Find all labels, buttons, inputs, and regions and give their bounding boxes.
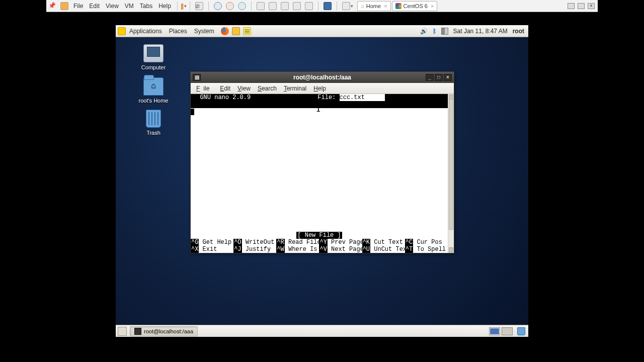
- snapshot-take-icon[interactable]: [214, 2, 222, 10]
- view-multi-icon[interactable]: [281, 2, 289, 10]
- network-icon[interactable]: [441, 28, 448, 35]
- term-menu-view[interactable]: View: [234, 85, 254, 92]
- tab-close-icon[interactable]: ×: [431, 3, 434, 9]
- taskbar-button-label: root@localhost:/aaa: [144, 328, 193, 334]
- view-thumbnail-icon[interactable]: [293, 2, 301, 10]
- workspace-switcher: [489, 327, 528, 335]
- firefox-launcher-icon[interactable]: [221, 27, 229, 35]
- snapshot-revert-icon[interactable]: [226, 2, 234, 10]
- folder-home-icon: [143, 77, 164, 96]
- bluetooth-icon[interactable]: ᛒ: [433, 28, 436, 35]
- workspace-1[interactable]: [489, 327, 500, 335]
- show-desktop-icon[interactable]: [118, 327, 127, 336]
- tab-close-icon[interactable]: ×: [384, 3, 387, 9]
- stretch-icon[interactable]: [342, 2, 350, 10]
- unity-icon[interactable]: [324, 2, 332, 10]
- host-close-icon[interactable]: ×: [588, 3, 595, 9]
- term-minimize-button[interactable]: _: [426, 74, 434, 81]
- nano-header: GNU nano 2.0.9 File: ccc.txt: [191, 94, 454, 101]
- vm-menu-tabs[interactable]: Tabs: [137, 3, 155, 10]
- centos-icon: [395, 3, 401, 9]
- nano-shortcut: ^T To Spell: [405, 246, 448, 253]
- nano-file-name: ccc.txt: [340, 94, 365, 101]
- snapshot-manage-icon[interactable]: [238, 2, 246, 10]
- computer-icon: [143, 44, 164, 62]
- view-fullscreen-icon[interactable]: [305, 2, 313, 10]
- gnome-foot-icon: [118, 27, 126, 35]
- terminal-taskbar-icon: [134, 328, 141, 335]
- vm-pause-button[interactable]: ||▾: [181, 2, 187, 10]
- desktop-icon-computer[interactable]: Computer: [131, 44, 176, 70]
- nano-shortcut: ^G Get Help: [191, 239, 233, 246]
- desktop-icon-home[interactable]: root's Home: [131, 77, 176, 104]
- host-maximize-icon[interactable]: [578, 3, 585, 9]
- home-toolbar-icon[interactable]: [60, 2, 68, 10]
- gnome-tray: 🔊 ᛒ Sat Jan 11, 8:47 AM root: [420, 28, 528, 35]
- vm-menu-vm[interactable]: VM: [122, 3, 137, 10]
- clock[interactable]: Sat Jan 11, 8:47 AM: [453, 28, 508, 35]
- nano-shortcut: ^K Cut Text: [362, 239, 405, 246]
- nano-shortcut: ^V Next Page: [319, 246, 362, 253]
- nano-shortcut: ^U UnCut Text: [362, 246, 405, 253]
- nano-shortcut: ^O WriteOut: [233, 239, 276, 246]
- gnome-bottom-panel: root@localhost:/aaa: [116, 325, 528, 337]
- notes-launcher-icon[interactable]: [243, 27, 251, 35]
- scrollbar-thumb[interactable]: [449, 99, 453, 230]
- view-single-icon[interactable]: [257, 2, 265, 10]
- term-menu-search[interactable]: Search: [254, 85, 280, 92]
- terminal-window: ▤ root@localhost:/aaa _ □ × File Edit Vi…: [190, 71, 454, 253]
- term-sysmenu-icon[interactable]: ▤: [193, 74, 201, 81]
- vm-menu-edit[interactable]: Edit: [86, 3, 103, 10]
- tab-centos[interactable]: CentOS 6 ×: [392, 1, 438, 11]
- nano-editor-area[interactable]: 𝙸: [191, 101, 448, 232]
- terminal-titlebar[interactable]: ▤ root@localhost:/aaa _ □ ×: [191, 72, 454, 83]
- nano-shortcut: ^Y Prev Page: [319, 239, 362, 246]
- tab-label: CentOS 6: [404, 3, 428, 9]
- menu-system[interactable]: System: [191, 28, 218, 35]
- terminal-scrollbar[interactable]: [448, 94, 454, 253]
- term-menu-help[interactable]: Help: [310, 85, 330, 92]
- nano-status-text: [ New File ]: [296, 232, 342, 239]
- gnome-top-panel: Applications Places System 🔊 ᛒ Sat Jan 1…: [116, 25, 528, 37]
- nano-app-name: GNU nano 2.0.9: [193, 94, 251, 101]
- nano-shortcut: ^X Exit: [191, 246, 233, 253]
- terminal-title-text: root@localhost:/aaa: [293, 74, 351, 81]
- panel-trash-icon[interactable]: [517, 327, 525, 335]
- tab-label: Home: [366, 3, 381, 9]
- vmware-tabs: ⌂ Home × CentOS 6 ×: [357, 0, 438, 12]
- term-close-button[interactable]: ×: [444, 74, 452, 81]
- nano-shortcut: ^W Where Is: [276, 246, 319, 253]
- tab-home[interactable]: ⌂ Home ×: [357, 1, 390, 11]
- term-menu-file[interactable]: File: [193, 85, 216, 92]
- taskbar-button-terminal[interactable]: root@localhost:/aaa: [130, 326, 198, 336]
- nano-shortcut: ^R Read File: [276, 239, 319, 246]
- terminal-body[interactable]: GNU nano 2.0.9 File: ccc.txt 𝙸 [ New Fil…: [191, 94, 454, 253]
- home-icon: ⌂: [361, 3, 364, 9]
- term-menu-terminal[interactable]: Terminal: [280, 85, 310, 92]
- menu-applications[interactable]: Applications: [126, 28, 166, 35]
- trash-icon: [146, 110, 161, 128]
- desktop-icon-trash[interactable]: Trash: [131, 110, 176, 136]
- term-menu-edit[interactable]: Edit: [216, 85, 234, 92]
- pin-icon[interactable]: 📌: [48, 2, 56, 10]
- nano-shortcut: ^J Justify: [233, 246, 276, 253]
- menu-places[interactable]: Places: [166, 28, 191, 35]
- text-cursor-block: [191, 109, 194, 115]
- package-updater-icon[interactable]: [232, 27, 240, 35]
- vm-menu-help[interactable]: Help: [155, 3, 174, 10]
- nano-file-label: File:: [317, 94, 339, 101]
- workspace-2[interactable]: [502, 327, 513, 335]
- stage: 📌 File Edit View VM Tabs Help ||▾ ⎚ ▾ ⌂ …: [0, 0, 644, 362]
- vm-menu-file[interactable]: File: [70, 3, 86, 10]
- host-minimize-icon[interactable]: [568, 3, 575, 9]
- audio-icon[interactable]: 🔊: [420, 28, 428, 35]
- user-menu[interactable]: root: [513, 28, 524, 35]
- guest-desktop: Applications Places System 🔊 ᛒ Sat Jan 1…: [116, 25, 528, 337]
- send-ctrl-alt-del-icon[interactable]: ⎚: [195, 2, 203, 10]
- desktop-icon-label: root's Home: [131, 98, 176, 104]
- nano-shortcut-bar: ^G Get Help^O WriteOut^R Read File^Y Pre…: [191, 239, 448, 253]
- vm-menu-view[interactable]: View: [103, 3, 122, 10]
- view-console-icon[interactable]: [269, 2, 277, 10]
- desktop-icon-label: Trash: [131, 130, 176, 136]
- term-maximize-button[interactable]: □: [435, 74, 443, 81]
